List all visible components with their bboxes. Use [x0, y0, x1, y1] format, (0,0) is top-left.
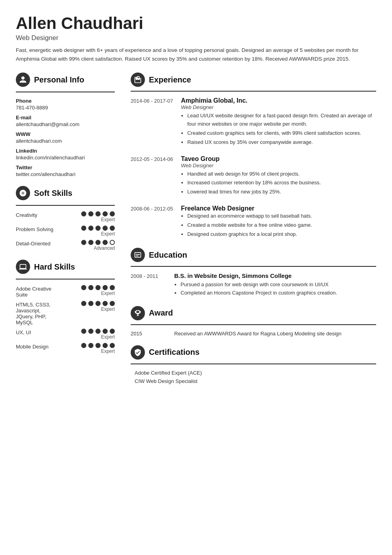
skill-dots-col: Expert	[81, 343, 115, 354]
skill-dots	[81, 211, 115, 216]
experience-bullet: Handled all web design for 95% of client…	[187, 170, 376, 178]
skill-dots-col: Expert	[81, 226, 115, 237]
experience-company: Amphimia Global, Inc.	[181, 97, 376, 104]
skill-dot-filled	[103, 240, 108, 245]
skill-dot-filled	[110, 301, 115, 306]
skill-level: Expert	[101, 334, 115, 340]
education-bullets: Pursued a passion for web design with co…	[174, 281, 376, 297]
skill-dot-filled	[103, 329, 108, 334]
award-year: 2015	[131, 331, 166, 337]
skill-dot-filled	[103, 285, 108, 290]
personal-info-field: Phone781-470-8889	[16, 98, 115, 111]
experience-list: 2014-06 - 2017-07Amphimia Global, Inc.We…	[131, 97, 376, 239]
skill-dot-filled	[95, 343, 101, 348]
experience-bullet: Lead UI/UX website designer for a fast-p…	[187, 112, 376, 128]
hard-skills-divider	[16, 279, 115, 279]
experience-company: Taveo Group	[181, 155, 376, 163]
skill-row: CreativityExpert	[16, 211, 115, 222]
experience-dates: 2014-06 - 2017-07	[131, 97, 173, 147]
skill-name: Adobe Creative Suite	[16, 285, 59, 298]
education-list: 2008 - 2011B.S. in Website Design, Simmo…	[131, 272, 376, 297]
skill-dot-filled	[88, 343, 93, 348]
skill-dots-col: Expert	[81, 285, 115, 296]
experience-row: 2012-05 - 2014-06Taveo GroupWeb Designer…	[131, 155, 376, 197]
experience-bullet: Lowered lead times for new jobs by 25%.	[187, 188, 376, 196]
skill-dot-filled	[95, 226, 101, 231]
soft-skills-header: Soft Skills	[16, 186, 115, 200]
skill-row: HTML5, CSS3, Javascript, JQuery, PHP, My…	[16, 301, 115, 325]
skill-dot-filled	[81, 226, 86, 231]
skill-dot-filled	[81, 343, 86, 348]
soft-skills-title: Soft Skills	[34, 189, 72, 198]
certifications-icon	[131, 345, 145, 360]
skill-dot-filled	[88, 329, 93, 334]
experience-row: 2014-06 - 2017-07Amphimia Global, Inc.We…	[131, 97, 376, 147]
personal-info-value: 781-470-8889	[16, 105, 115, 111]
skill-dots	[81, 240, 115, 245]
skill-name: UX, UI	[16, 329, 59, 335]
candidate-summary: Fast, energetic web designer with 6+ yea…	[16, 46, 376, 63]
skill-dot-filled	[103, 211, 108, 216]
experience-content: Amphimia Global, Inc.Web DesignerLead UI…	[181, 97, 376, 147]
skill-row: Adobe Creative SuiteExpert	[16, 285, 115, 298]
hard-skills-header: Hard Skills	[16, 260, 115, 274]
education-header: Education	[131, 248, 376, 262]
experience-content: Taveo GroupWeb DesignerHandled all web d…	[181, 155, 376, 197]
certifications-list: Adobe Certified Expert (ACE)CIW Web Desi…	[131, 370, 376, 384]
skill-dot-filled	[81, 240, 86, 245]
skill-dots	[81, 343, 115, 348]
award-description: Received an AWWWARDS Award for Ragna Lob…	[174, 331, 341, 337]
skill-dot-filled	[95, 329, 101, 334]
personal-info-field: WWWallentchaudhari.com	[16, 131, 115, 144]
experience-bullet: Created custom graphics sets for clients…	[187, 129, 376, 138]
skill-dot-filled	[95, 301, 101, 306]
personal-info-label: LinkedIn	[16, 148, 115, 154]
experience-bullet: Designed an ecommerce webapp to sell bas…	[187, 212, 376, 220]
skill-row: Mobile DesignExpert	[16, 343, 115, 354]
skill-dot-filled	[103, 301, 108, 306]
award-divider	[131, 324, 376, 325]
personal-info-value: allentchaudhari@gmail.com	[16, 121, 115, 127]
award-icon	[131, 306, 145, 320]
skill-dots-col: Expert	[81, 211, 115, 222]
skill-dots-col: Expert	[81, 329, 115, 340]
experience-section: Experience 2014-06 - 2017-07Amphimia Glo…	[131, 73, 376, 239]
personal-info-label: Twitter	[16, 165, 115, 170]
soft-skills-list: CreativityExpertProblem SolvingExpertDet…	[16, 211, 115, 251]
personal-info-value: linkedin.com/in/allenchaudhari	[16, 155, 115, 161]
skill-dot-filled	[81, 329, 86, 334]
personal-info-label: Phone	[16, 98, 115, 104]
skill-row: Detail-OrientedAdvanced	[16, 240, 115, 251]
skill-dot-empty	[110, 240, 115, 245]
education-divider	[131, 266, 376, 267]
experience-content: Freelance Web DesignerDesigned an ecomme…	[181, 205, 376, 239]
personal-info-value: allentchaudhari.com	[16, 138, 115, 144]
personal-info-label: E-mail	[16, 115, 115, 121]
skill-dot-filled	[103, 343, 108, 348]
skill-dot-filled	[95, 211, 101, 216]
experience-dates: 2012-05 - 2014-06	[131, 155, 173, 197]
personal-info-value: twitter.com/allenchaudhari	[16, 171, 115, 177]
skill-row: UX, UIExpert	[16, 329, 115, 340]
certifications-divider	[131, 364, 376, 364]
experience-icon	[131, 73, 145, 87]
personal-info-field: E-mailallentchaudhari@gmail.com	[16, 115, 115, 127]
hard-skills-list: Adobe Creative SuiteExpertHTML5, CSS3, J…	[16, 285, 115, 354]
skill-name: Detail-Oriented	[16, 240, 59, 247]
certifications-section: Certifications Adobe Certified Expert (A…	[131, 345, 376, 384]
education-icon	[131, 248, 145, 262]
award-header: Award	[131, 306, 376, 320]
experience-title: Experience	[149, 75, 191, 84]
skill-dot-filled	[81, 285, 86, 290]
education-content: B.S. in Website Design, Simmons CollegeP…	[174, 272, 376, 297]
skill-dot-filled	[88, 301, 93, 306]
skill-dots	[81, 226, 115, 231]
skill-dots	[81, 301, 115, 306]
experience-item: 2012-05 - 2014-06Taveo GroupWeb Designer…	[131, 155, 376, 197]
skill-dot-filled	[110, 285, 115, 290]
experience-dates: 2008-06 - 2012-05	[131, 205, 173, 239]
experience-bullets: Lead UI/UX website designer for a fast-p…	[181, 112, 376, 146]
skill-dot-filled	[110, 226, 115, 231]
skill-dot-filled	[88, 285, 93, 290]
skill-level: Expert	[101, 306, 115, 312]
